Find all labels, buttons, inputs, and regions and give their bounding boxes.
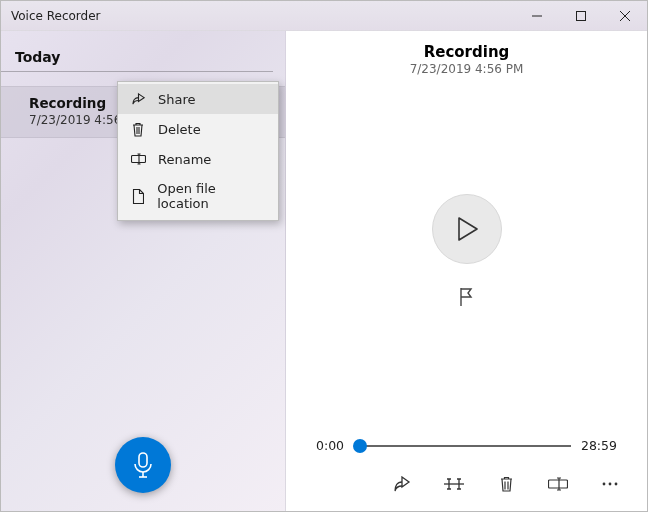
trash-icon — [499, 476, 514, 493]
svg-rect-10 — [549, 480, 568, 488]
trash-icon — [130, 121, 146, 137]
section-header-today: Today — [1, 31, 273, 72]
play-area — [286, 76, 647, 430]
context-menu: Share Delete Ren — [117, 81, 279, 221]
main-panel: Recording 7/23/2019 4:56 PM 0:00 — [286, 31, 647, 511]
window-maximize-button[interactable] — [559, 1, 603, 31]
recording-list-item[interactable]: Recording 7/23/2019 4:56 PM 28:59 Share — [1, 86, 285, 138]
timeline-track[interactable] — [354, 445, 571, 447]
context-menu-delete[interactable]: Delete — [118, 114, 278, 144]
toolbar-more-button[interactable] — [599, 473, 621, 495]
flag-icon — [458, 287, 476, 307]
context-menu-rename-label: Rename — [158, 152, 211, 167]
timeline-total: 28:59 — [581, 438, 617, 453]
context-menu-share-label: Share — [158, 92, 196, 107]
share-icon — [130, 91, 146, 107]
app-body: Today Recording 7/23/2019 4:56 PM 28:59 … — [1, 31, 647, 511]
trim-icon — [444, 476, 464, 492]
more-icon — [601, 481, 619, 487]
main-header: Recording 7/23/2019 4:56 PM — [286, 31, 647, 76]
svg-rect-1 — [577, 11, 586, 20]
recordings-sidebar: Today Recording 7/23/2019 4:56 PM 28:59 … — [1, 31, 286, 511]
microphone-icon — [132, 451, 154, 479]
window-close-button[interactable] — [603, 1, 647, 31]
context-menu-rename[interactable]: Rename — [118, 144, 278, 174]
rename-icon — [548, 477, 568, 491]
context-menu-share[interactable]: Share — [118, 84, 278, 114]
share-icon — [393, 476, 411, 493]
record-button[interactable] — [115, 437, 171, 493]
timeline-current: 0:00 — [316, 438, 344, 453]
file-icon — [130, 188, 145, 204]
app-window: Voice Recorder Today Recording 7/23/2019… — [0, 0, 648, 512]
svg-point-12 — [609, 483, 612, 486]
timeline: 0:00 28:59 — [286, 430, 647, 459]
rename-icon — [130, 151, 146, 167]
window-minimize-button[interactable] — [515, 1, 559, 31]
toolbar-trim-button[interactable] — [443, 473, 465, 495]
play-button[interactable] — [432, 194, 502, 264]
context-menu-open-location-label: Open file location — [157, 181, 266, 211]
add-marker-button[interactable] — [452, 282, 482, 312]
title-bar: Voice Recorder — [1, 1, 647, 31]
toolbar-share-button[interactable] — [391, 473, 413, 495]
context-menu-open-location[interactable]: Open file location — [118, 174, 278, 218]
main-title: Recording — [286, 43, 647, 61]
context-menu-delete-label: Delete — [158, 122, 201, 137]
play-icon — [455, 216, 479, 242]
svg-point-13 — [615, 483, 618, 486]
bottom-toolbar — [286, 459, 647, 511]
timeline-thumb[interactable] — [353, 439, 367, 453]
app-title: Voice Recorder — [1, 9, 515, 23]
toolbar-rename-button[interactable] — [547, 473, 569, 495]
svg-point-11 — [603, 483, 606, 486]
toolbar-delete-button[interactable] — [495, 473, 517, 495]
main-subtitle: 7/23/2019 4:56 PM — [286, 62, 647, 76]
svg-rect-5 — [139, 453, 147, 467]
